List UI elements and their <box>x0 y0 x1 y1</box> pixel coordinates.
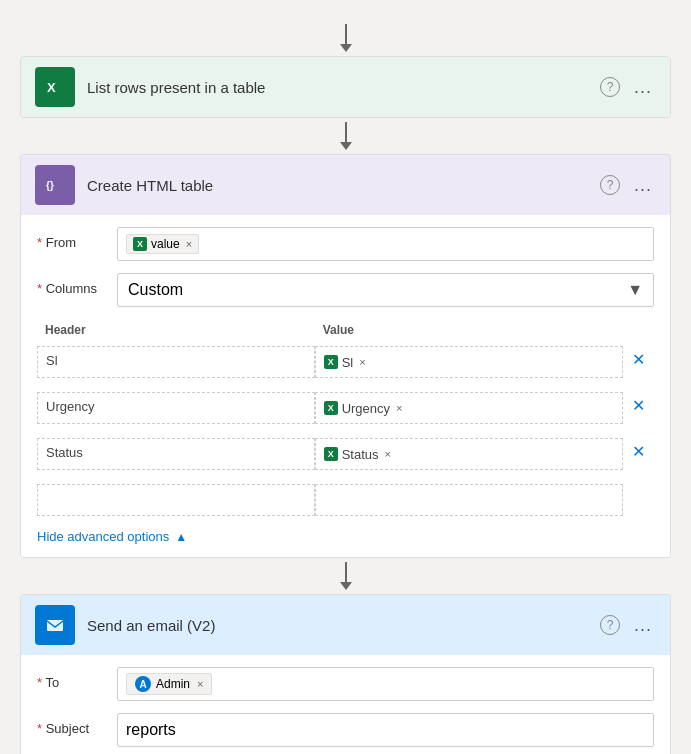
arrow-1 <box>340 24 352 52</box>
row-delete-urgency[interactable]: ✕ <box>623 392 654 419</box>
empty-value-cell[interactable] <box>315 484 624 516</box>
excel-tag-icon-urgency: X <box>324 401 338 415</box>
email-card-actions: ? ... <box>600 613 656 638</box>
html-help-button[interactable]: ? <box>600 175 620 195</box>
columns-label: * Columns <box>37 273 117 296</box>
to-input[interactable]: A Admin × <box>117 667 654 701</box>
from-input[interactable]: X value × <box>117 227 654 261</box>
email-card: Send an email (V2) ? ... * To A Admin × <box>20 594 671 754</box>
arrow-2 <box>340 122 352 150</box>
columns-field-row: * Columns Custom ▼ <box>37 273 654 309</box>
row-delete-sl[interactable]: ✕ <box>623 346 654 373</box>
urgency-tag-remove[interactable]: × <box>396 402 402 414</box>
email-card-body: * To A Admin × * Subject reports <box>21 655 670 754</box>
excel-tag-icon-status: X <box>324 447 338 461</box>
subject-value: reports <box>126 721 176 739</box>
svg-text:X: X <box>47 80 56 95</box>
excel-icon: X <box>35 67 75 107</box>
from-field-row: * From X value × <box>37 227 654 263</box>
excel-tag-icon: X <box>133 237 147 251</box>
col-header-row: Header Value <box>37 319 654 343</box>
html-card-header: {} Create HTML table ? ... <box>21 155 670 215</box>
table-row: Sl X Sl × ✕ <box>37 343 654 381</box>
status-tag-remove[interactable]: × <box>385 448 391 460</box>
html-menu-button[interactable]: ... <box>630 173 656 198</box>
to-tag-remove[interactable]: × <box>197 678 203 690</box>
email-icon <box>35 605 75 645</box>
value-cell-sl[interactable]: X Sl × <box>315 346 624 378</box>
to-admin-tag: A Admin × <box>126 673 212 695</box>
header-cell-status[interactable]: Status <box>37 438 315 470</box>
excel-card-title: List rows present in a table <box>87 79 600 96</box>
empty-header-cell[interactable] <box>37 484 315 516</box>
header-cell-urgency[interactable]: Urgency <box>37 392 315 424</box>
html-card-title: Create HTML table <box>87 177 600 194</box>
from-tag-text: value <box>151 237 180 251</box>
from-label: * From <box>37 227 117 250</box>
excel-menu-button[interactable]: ... <box>630 75 656 100</box>
sl-tag-remove[interactable]: × <box>359 356 365 368</box>
email-card-header: Send an email (V2) ? ... <box>21 595 670 655</box>
to-label: * To <box>37 667 117 690</box>
subject-input[interactable]: reports <box>117 713 654 747</box>
columns-chevron-icon: ▼ <box>627 281 643 299</box>
value-cell-status[interactable]: X Status × <box>315 438 624 470</box>
excel-tag-icon-sl: X <box>324 355 338 369</box>
admin-avatar: A <box>135 676 151 692</box>
svg-rect-5 <box>47 620 63 631</box>
columns-value: Custom <box>128 281 183 299</box>
excel-card-header: X List rows present in a table ? ... <box>21 57 670 117</box>
table-row-empty <box>37 481 654 519</box>
subject-field-row: * Subject reports <box>37 713 654 749</box>
columns-select[interactable]: Custom ▼ <box>117 273 654 307</box>
subject-label: * Subject <box>37 713 117 736</box>
header-cell-sl[interactable]: Sl <box>37 346 315 378</box>
table-row: Urgency X Urgency × ✕ <box>37 389 654 427</box>
row-delete-status[interactable]: ✕ <box>623 438 654 465</box>
flow-container: X List rows present in a table ? ... {} <box>20 20 671 754</box>
value-cell-urgency[interactable]: X Urgency × <box>315 392 624 424</box>
hide-advanced-link[interactable]: Hide advanced options ▲ <box>37 529 187 544</box>
columns-table: Header Value Sl X Sl × <box>37 319 654 519</box>
to-field-row: * To A Admin × <box>37 667 654 703</box>
excel-help-button[interactable]: ? <box>600 77 620 97</box>
excel-card: X List rows present in a table ? ... <box>20 56 671 118</box>
col-header-label: Header <box>37 319 315 343</box>
email-menu-button[interactable]: ... <box>630 613 656 638</box>
html-table-card: {} Create HTML table ? ... * From X <box>20 154 671 558</box>
svg-text:{}: {} <box>46 180 54 191</box>
html-card-body: * From X value × * Columns Custom ▼ <box>21 215 670 557</box>
email-help-button[interactable]: ? <box>600 615 620 635</box>
table-row: Status X Status × ✕ <box>37 435 654 473</box>
email-card-title: Send an email (V2) <box>87 617 600 634</box>
html-icon: {} <box>35 165 75 205</box>
col-value-label: Value <box>315 319 624 343</box>
to-tag-text: Admin <box>156 677 190 691</box>
arrow-3 <box>340 562 352 590</box>
from-tag-remove[interactable]: × <box>186 238 192 250</box>
excel-card-actions: ? ... <box>600 75 656 100</box>
from-value-tag: X value × <box>126 234 199 254</box>
html-card-actions: ? ... <box>600 173 656 198</box>
chevron-up-icon: ▲ <box>175 530 187 544</box>
hide-advanced-label: Hide advanced options <box>37 529 169 544</box>
